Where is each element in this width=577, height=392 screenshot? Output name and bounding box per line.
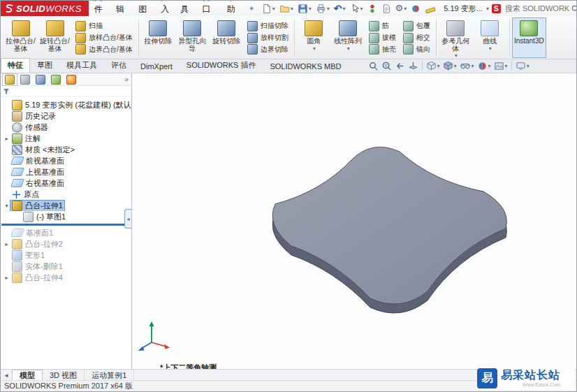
previous-view-icon[interactable] bbox=[393, 60, 407, 73]
dropdown-arrow-icon[interactable]: ▾ bbox=[309, 6, 312, 12]
dropdown-arrow-icon[interactable]: ▾ bbox=[527, 63, 529, 69]
hide-show-items-icon[interactable]: ▾ bbox=[458, 60, 476, 73]
dropdown-arrow-icon[interactable]: ▾ bbox=[454, 63, 457, 69]
tree-item-origin[interactable]: 原点 bbox=[1, 189, 131, 200]
dropdown-arrow-icon[interactable]: ▾ bbox=[291, 6, 293, 12]
fillet-button[interactable]: 圆角▾ bbox=[297, 17, 331, 58]
edit-appearance-quick-icon[interactable] bbox=[410, 1, 421, 15]
tab-sketch[interactable]: 草图 bbox=[30, 58, 59, 73]
tab-features[interactable]: 特征 bbox=[1, 58, 30, 73]
save-icon[interactable]: ▾ bbox=[297, 1, 312, 15]
tree-item-annotations[interactable]: ▸注解 bbox=[1, 133, 131, 144]
curves-button[interactable]: 曲线▾ bbox=[473, 17, 507, 58]
dimxpert-manager-tab[interactable] bbox=[48, 73, 64, 86]
tree-item-history[interactable]: 历史记录 bbox=[1, 110, 131, 122]
tree-item-part-name[interactable]: 5.19 变形实例 (花盆建模) (默认<<默认 bbox=[1, 99, 131, 110]
select-cursor-icon[interactable]: ▾ bbox=[349, 1, 364, 15]
zoom-fit-icon[interactable] bbox=[367, 60, 380, 73]
draft-button[interactable]: 拔模 bbox=[367, 32, 398, 44]
extruded-boss-button[interactable]: 拉伸凸台/基体 bbox=[3, 17, 38, 58]
new-document-icon[interactable]: ▾ bbox=[261, 1, 276, 15]
tree-expand-icon[interactable]: ▸ bbox=[3, 136, 10, 142]
undo-icon[interactable]: ↶▾ bbox=[333, 1, 346, 15]
instant3d-button[interactable]: Instant3D bbox=[512, 17, 546, 58]
tab-evaluate[interactable]: 评估 bbox=[104, 58, 133, 73]
revolved-boss-button[interactable]: 旋转凸台/基体 bbox=[38, 17, 72, 58]
search-magnifier-icon[interactable] bbox=[571, 4, 577, 13]
hole-wizard-button[interactable]: 异型孔向导 bbox=[175, 17, 210, 58]
dropdown-arrow-icon[interactable]: ▾ bbox=[488, 63, 491, 69]
dropdown-arrow-icon[interactable]: ▾ bbox=[404, 6, 407, 12]
tree-item-boss-extrude4[interactable]: ▸凸台-拉伸4 bbox=[1, 272, 131, 283]
dropdown-arrow-icon[interactable]: ▾ bbox=[489, 45, 492, 52]
edit-appearance-icon[interactable]: ▾ bbox=[476, 60, 492, 73]
pin-menu-icon[interactable]: ✦ bbox=[249, 4, 255, 13]
tree-item-right-plane[interactable]: 右视基准面 bbox=[1, 177, 131, 189]
panel-expand-icon[interactable]: » bbox=[124, 75, 129, 83]
lofted-cut-button[interactable]: 放样切割 bbox=[245, 32, 291, 44]
view-orientation-icon[interactable]: ▾ bbox=[425, 60, 441, 73]
tree-item-boss-extrude1[interactable]: ▾凸台-拉伸1 bbox=[1, 200, 131, 211]
mirror-button[interactable]: 镜向 bbox=[401, 43, 432, 55]
lofted-boss-button[interactable]: 放样凸台/基体 bbox=[73, 32, 135, 44]
options-gear-icon[interactable]: ⚙▾ bbox=[395, 1, 408, 15]
3d-viewport[interactable]: *上下二等角轴测 bbox=[132, 73, 576, 370]
zoom-area-icon[interactable] bbox=[380, 60, 393, 73]
swept-boss-button[interactable]: 扫描 bbox=[73, 20, 135, 32]
dropdown-arrow-icon[interactable]: ▾ bbox=[472, 63, 474, 69]
open-file-icon[interactable]: ▾ bbox=[279, 1, 294, 15]
rebuild-icon[interactable] bbox=[367, 1, 378, 15]
dropdown-arrow-icon[interactable]: ▾ bbox=[313, 45, 316, 52]
apply-scene-icon[interactable]: ▾ bbox=[492, 60, 509, 73]
extruded-cut-button[interactable]: 拉伸切除 bbox=[141, 17, 175, 58]
rib-button[interactable]: 筋 bbox=[367, 20, 398, 32]
swept-cut-button[interactable]: 扫描切除 bbox=[245, 20, 291, 32]
measure-ruler-icon[interactable] bbox=[424, 1, 437, 15]
dropdown-arrow-icon[interactable]: ▾ bbox=[347, 45, 350, 52]
configuration-manager-tab[interactable] bbox=[33, 73, 48, 86]
feature-manager-tab[interactable] bbox=[2, 73, 17, 86]
tab-solidworks-mbd[interactable]: SOLIDWORKS MBD bbox=[263, 60, 348, 73]
rollback-bar[interactable] bbox=[1, 224, 131, 226]
boundary-boss-button[interactable]: 边界凸台/基体 bbox=[73, 43, 135, 55]
file-properties-icon[interactable] bbox=[381, 1, 392, 15]
tab-motion-study1[interactable]: 运动算例1 bbox=[85, 370, 134, 381]
dropdown-arrow-icon[interactable]: ▾ bbox=[272, 6, 275, 12]
display-style-icon[interactable]: ▾ bbox=[441, 60, 458, 73]
tree-item-boss-extrude2[interactable]: ▸凸台-拉伸2 bbox=[1, 238, 131, 249]
dropdown-arrow-icon[interactable]: ▾ bbox=[327, 6, 330, 12]
panel-collapse-handle[interactable]: ◂ bbox=[124, 209, 131, 228]
section-view-icon[interactable] bbox=[407, 60, 420, 73]
tab-scroll-left-icon[interactable]: ◄ bbox=[1, 372, 12, 379]
tab-solidworks-addins[interactable]: SOLIDWORKS 插件 bbox=[180, 58, 263, 73]
dropdown-arrow-icon[interactable]: ▾ bbox=[505, 63, 508, 69]
dropdown-arrow-icon[interactable]: ▾ bbox=[437, 63, 440, 69]
print-icon[interactable]: ▾ bbox=[315, 1, 330, 15]
tab-3d-views[interactable]: 3D 视图 bbox=[43, 370, 85, 381]
open-document-title[interactable]: 5.19 变形... bbox=[444, 3, 483, 14]
display-manager-tab[interactable] bbox=[64, 73, 79, 86]
tree-expand-icon[interactable]: ▸ bbox=[3, 275, 10, 281]
shell-button[interactable]: 抽壳 bbox=[367, 43, 398, 55]
revolved-cut-button[interactable]: 旋转切除 bbox=[210, 17, 244, 58]
dropdown-arrow-icon[interactable]: ▾ bbox=[486, 6, 489, 12]
tab-model[interactable]: 模型 bbox=[12, 370, 43, 382]
tree-item-top-plane[interactable]: 上视基准面 bbox=[1, 166, 131, 177]
tree-item-sketch1[interactable]: (-) 草图1 bbox=[1, 211, 131, 222]
tree-item-material[interactable]: 材质 <未指定> bbox=[1, 144, 131, 155]
tree-item-plane1[interactable]: 基准面1 bbox=[1, 227, 131, 238]
dropdown-arrow-icon[interactable]: ▾ bbox=[343, 6, 346, 12]
tree-item-front-plane[interactable]: 前视基准面 bbox=[1, 155, 131, 166]
tree-item-body-delete1[interactable]: 实体-删除1 bbox=[1, 261, 131, 272]
tree-expanded-icon[interactable]: ▾ bbox=[3, 203, 10, 209]
property-manager-tab[interactable] bbox=[17, 73, 33, 86]
dropdown-arrow-icon[interactable]: ▾ bbox=[455, 52, 458, 59]
tab-dimxpert[interactable]: DimXpert bbox=[133, 60, 180, 73]
search-box[interactable]: S ▾ bbox=[492, 3, 577, 13]
tree-item-sensors[interactable]: 传感器 bbox=[1, 122, 131, 133]
linear-pattern-button[interactable]: 线性阵列▾ bbox=[331, 17, 365, 58]
search-input[interactable] bbox=[504, 3, 571, 13]
wrap-button[interactable]: 包覆 bbox=[401, 20, 432, 32]
tree-item-deform1[interactable]: 变形1 bbox=[1, 249, 131, 261]
tab-mold-tools[interactable]: 模具工具 bbox=[59, 58, 104, 73]
